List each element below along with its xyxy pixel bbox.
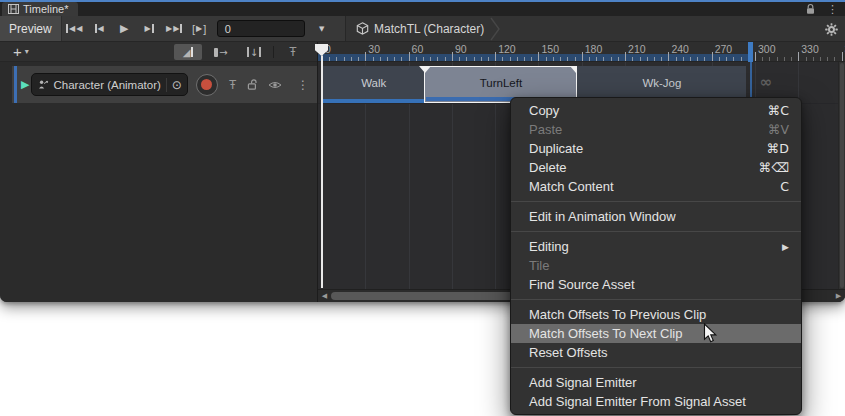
ruler-tick <box>726 57 727 61</box>
time-ruler[interactable]: 0306090120150180210240270300330360 <box>318 42 845 62</box>
cube-icon <box>356 22 369 35</box>
ruler-tick <box>488 57 489 61</box>
ruler-tick <box>481 57 482 61</box>
menu-item-match-content[interactable]: Match ContentC <box>511 177 801 196</box>
ruler-label: 90 <box>455 43 467 55</box>
ruler-tick <box>668 52 669 61</box>
menu-item-label: Add Signal Emitter <box>529 375 637 390</box>
menu-item-label: Duplicate <box>529 141 583 156</box>
ripple-mode-button[interactable]: ↓ <box>240 44 268 60</box>
ruler-tick <box>358 57 359 61</box>
ruler-tick <box>769 57 770 61</box>
window-menu-icon[interactable]: ⋮ <box>827 4 838 15</box>
ruler-tick <box>524 57 525 61</box>
plus-icon: + <box>13 44 22 59</box>
timeline-end-marker[interactable] <box>748 42 753 62</box>
menu-item-tile: Tile <box>511 256 801 275</box>
ruler-tick <box>603 57 604 61</box>
goto-end-button[interactable]: ▶▶ <box>162 16 187 41</box>
ruler-tick <box>344 57 345 61</box>
menu-item-reset-offsets[interactable]: Reset Offsets <box>511 343 801 362</box>
clip-walk[interactable]: Walk <box>323 66 424 103</box>
submenu-arrow-icon: ▶ <box>782 242 789 252</box>
tab-timeline[interactable]: Timeline* <box>2 2 78 16</box>
track-options-icon[interactable]: ⋮ <box>297 78 309 92</box>
scroll-left-icon[interactable]: ◀ <box>319 290 330 302</box>
animator-binding-field[interactable]: Character (Animator) ⊙ <box>31 73 187 96</box>
previous-frame-button[interactable]: ◀ <box>87 16 112 41</box>
play-button[interactable]: ▶ <box>112 16 137 41</box>
menu-item-edit-in-animation-window[interactable]: Edit in Animation Window <box>511 207 801 226</box>
ruler-tick <box>373 57 374 61</box>
breadcrumb[interactable]: MatchTL (Character) <box>356 16 484 41</box>
ruler-tick <box>430 57 431 61</box>
ruler-label: 210 <box>628 43 646 55</box>
ruler-tick <box>336 57 337 61</box>
play-range-button[interactable]: [▶] <box>187 16 212 41</box>
ruler-tick <box>502 57 503 61</box>
ruler-tick <box>791 57 792 61</box>
ruler-tick <box>387 57 388 61</box>
record-button[interactable] <box>196 74 218 96</box>
ruler-tick <box>683 57 684 61</box>
curves-view-toggle[interactable]: ◢ <box>174 44 202 60</box>
ruler-tick <box>582 52 583 61</box>
ruler-tick <box>654 57 655 61</box>
vertical-scrollbar[interactable] <box>838 62 845 289</box>
clip-label: Wk-Jog <box>577 66 746 99</box>
scroll-right-icon[interactable]: ▶ <box>833 290 844 302</box>
ruler-tick <box>538 52 539 61</box>
ruler-tick <box>409 52 410 61</box>
menu-item-paste: Paste⌘V <box>511 120 801 139</box>
menu-item-editing[interactable]: Editing▶ <box>511 237 801 256</box>
lock-open-icon[interactable] <box>246 78 258 91</box>
ruler-tick <box>777 57 778 61</box>
vertical-scrollbar-thumb[interactable] <box>840 63 844 288</box>
lock-icon[interactable] <box>805 3 816 15</box>
menu-item-add-signal-emitter-from-signal-asset[interactable]: Add Signal Emitter From Signal Asset <box>511 392 801 411</box>
menu-item-label: Add Signal Emitter From Signal Asset <box>529 394 746 409</box>
add-track-button[interactable]: + ▾ <box>13 44 29 59</box>
ruler-tick <box>640 57 641 61</box>
menu-item-match-offsets-to-previous-clip[interactable]: Match Offsets To Previous Clip <box>511 305 801 324</box>
track-header-character[interactable]: ▶ Character (Animator) ⊙ Ŧ <box>12 66 317 103</box>
ruler-tick <box>495 52 496 61</box>
clip-context-menu: Copy⌘CPaste⌘VDuplicate⌘DDelete⌘⌫Match Co… <box>510 97 802 415</box>
eye-icon[interactable] <box>268 80 282 90</box>
menu-item-shortcut: ⌘V <box>768 122 789 137</box>
menu-item-copy[interactable]: Copy⌘C <box>511 101 801 120</box>
timeline-options-dropdown[interactable]: ▼ <box>309 16 335 41</box>
menu-separator <box>511 231 801 232</box>
mix-mode-button[interactable]: → <box>207 44 235 60</box>
ruler-tick <box>437 57 438 61</box>
ruler-tick <box>351 57 352 61</box>
frame-counter-input[interactable]: 0 <box>217 20 305 37</box>
goto-start-button[interactable]: ◀◀ <box>62 16 87 41</box>
breadcrumb-bar: MatchTL (Character) <box>345 16 845 41</box>
track-pin-icon[interactable]: Ŧ <box>229 79 236 91</box>
menu-item-find-source-asset[interactable]: Find Source Asset <box>511 275 801 294</box>
menu-item-delete[interactable]: Delete⌘⌫ <box>511 158 801 177</box>
ruler-tick <box>704 57 705 61</box>
blend-marker-icon[interactable] <box>419 66 431 73</box>
menu-item-label: Find Source Asset <box>529 277 635 292</box>
settings-gear-icon[interactable] <box>825 23 838 36</box>
ruler-tick <box>423 57 424 61</box>
ruler-tick <box>365 52 366 61</box>
preview-button[interactable]: Preview <box>0 16 62 41</box>
menu-item-add-signal-emitter[interactable]: Add Signal Emitter <box>511 373 801 392</box>
ruler-label: 150 <box>541 43 559 55</box>
menu-item-duplicate[interactable]: Duplicate⌘D <box>511 139 801 158</box>
animation-track-icon: ▶ <box>21 78 29 91</box>
object-picker-icon[interactable]: ⊙ <box>172 79 182 91</box>
marker-track-toggle[interactable]: Ŧ <box>279 44 307 60</box>
ruler-tick <box>553 57 554 61</box>
ruler-tick <box>459 57 460 61</box>
ruler-tick <box>755 52 756 61</box>
ruler-tick <box>661 57 662 61</box>
ruler-tick <box>712 52 713 61</box>
next-frame-button[interactable]: ▶ <box>137 16 162 41</box>
menu-item-match-offsets-to-next-clip[interactable]: Match Offsets To Next Clip <box>511 324 801 343</box>
menu-item-label: Edit in Animation Window <box>529 209 676 224</box>
menu-separator <box>511 367 801 368</box>
